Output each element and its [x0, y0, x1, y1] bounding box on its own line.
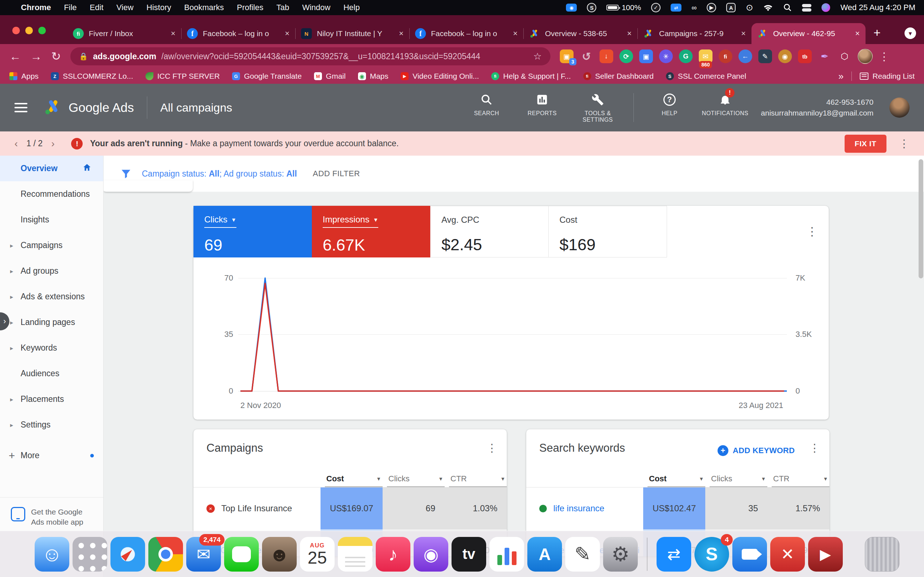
- ext-burst-icon[interactable]: ✳: [659, 50, 673, 63]
- ext-back-arrow-icon[interactable]: ←: [739, 50, 752, 63]
- battery-indicator[interactable]: 100%: [606, 3, 641, 12]
- ext-tabboost-icon[interactable]: tb: [798, 50, 812, 63]
- sidebar-item-audiences[interactable]: Audiences: [0, 361, 103, 386]
- menu-bookmarks[interactable]: Bookmarks: [184, 3, 224, 12]
- metric-clicks[interactable]: Clicks▼ 69: [193, 206, 312, 258]
- notifications-button[interactable]: ! NOTIFICATIONS: [705, 92, 745, 117]
- chart-svg[interactable]: [238, 278, 787, 391]
- bookmark-ssl-comerce[interactable]: SSSL Comerce Panel: [666, 72, 746, 81]
- dock-system-preferences-icon[interactable]: ⚙: [603, 537, 638, 572]
- column-clicks[interactable]: Clicks▼: [387, 474, 445, 487]
- wifi-icon[interactable]: [763, 3, 773, 11]
- creative-cloud-icon[interactable]: ∞: [691, 3, 697, 12]
- screen-record-icon[interactable]: ◉: [566, 3, 577, 11]
- reports-button[interactable]: REPORTS: [522, 92, 562, 117]
- todo-menu-icon[interactable]: ✓: [651, 3, 660, 12]
- sidebar-item-overview[interactable]: Overview: [0, 156, 103, 181]
- help-button[interactable]: ? HELP: [650, 92, 689, 117]
- forward-icon[interactable]: →: [31, 50, 42, 63]
- ext-grammarly-icon[interactable]: G: [679, 50, 693, 63]
- keywords-menu-icon[interactable]: ⋮: [809, 442, 820, 454]
- accessibility-icon[interactable]: ⊙: [746, 3, 753, 13]
- tab-campaigns-257[interactable]: Campaigns - 257-9 ×: [637, 23, 752, 44]
- search-button[interactable]: SEARCH: [467, 92, 506, 117]
- play-menu-icon[interactable]: ▶: [707, 3, 716, 12]
- control-center-icon[interactable]: [802, 4, 812, 11]
- alert-next-icon[interactable]: ›: [51, 138, 55, 150]
- sidebar-more-button[interactable]: +More: [0, 443, 103, 468]
- ext-sync-icon[interactable]: ⟳: [619, 50, 633, 63]
- bookmark-video-editing[interactable]: ▶Video Editing Onli...: [401, 72, 479, 81]
- a-app-menu-icon[interactable]: A: [726, 3, 736, 12]
- fix-it-button[interactable]: FIX IT: [845, 135, 887, 153]
- siri-icon[interactable]: [821, 3, 830, 12]
- address-bar[interactable]: 🔒 ads.google.com /aw/overview?ocid=59205…: [71, 47, 550, 65]
- dock-notes-icon[interactable]: [338, 537, 373, 572]
- dock-teamviewer-icon[interactable]: ⇄: [657, 537, 691, 572]
- sidebar-item-campaigns[interactable]: ▸Campaigns: [0, 232, 103, 258]
- menu-history[interactable]: History: [146, 3, 171, 12]
- bookmarks-overflow-chevron[interactable]: »: [839, 71, 844, 82]
- dock-appletv-icon[interactable]: tv: [452, 537, 486, 572]
- sidebar-item-placements[interactable]: ▸Placements: [0, 386, 103, 412]
- bookmark-seller-dashboard[interactable]: fiSeller Dashboard: [583, 72, 654, 81]
- bookmark-gmail[interactable]: MGmail: [314, 72, 346, 81]
- tab-facebook-2[interactable]: f Facebook – log in o ×: [409, 23, 523, 44]
- column-ctr[interactable]: CTR▼: [772, 474, 829, 487]
- dock-music-icon[interactable]: ♪: [376, 537, 410, 572]
- dock-calendar-icon[interactable]: AUG25: [300, 537, 334, 572]
- dock-podcasts-icon[interactable]: ◉: [414, 537, 448, 572]
- tab-close-icon[interactable]: ×: [855, 29, 860, 38]
- dock-stats-icon[interactable]: [489, 537, 524, 572]
- hamburger-menu-icon[interactable]: [14, 107, 27, 108]
- menu-file[interactable]: File: [64, 3, 77, 12]
- spotlight-icon[interactable]: [783, 3, 792, 12]
- sidebar-item-ad-groups[interactable]: ▸Ad groups: [0, 258, 103, 284]
- sidebar-item-landing-pages[interactable]: ▸Landing pages: [0, 309, 103, 335]
- sidebar-item-insights[interactable]: Insights: [0, 207, 103, 232]
- dock-chrome-icon[interactable]: [148, 537, 183, 572]
- teamviewer-menu-icon[interactable]: ⇄: [671, 3, 681, 11]
- sidebar-item-keywords[interactable]: ▸Keywords: [0, 335, 103, 361]
- tab-search-button[interactable]: ▼: [905, 27, 916, 39]
- table-row[interactable]: ×Top Life Insurance US$169.07 69 1.03%: [193, 487, 507, 529]
- dock-video-call-icon[interactable]: [732, 537, 767, 572]
- tab-fiverr-inbox[interactable]: fi Fiverr / Inbox ×: [67, 23, 181, 44]
- dock-red-app-icon[interactable]: ▶: [808, 537, 843, 572]
- extensions-puzzle-icon[interactable]: ⬡: [838, 50, 852, 63]
- sidebar-item-recommendations[interactable]: Recommendations: [0, 181, 103, 207]
- ext-downloader-icon[interactable]: ↓: [599, 50, 613, 63]
- dock-adobe-icon[interactable]: ✕: [770, 537, 805, 572]
- menu-window[interactable]: Window: [302, 3, 330, 12]
- dock-appstore-icon[interactable]: A: [527, 537, 562, 572]
- tools-settings-button[interactable]: TOOLS & SETTINGS: [578, 92, 617, 123]
- alert-prev-icon[interactable]: ‹: [14, 138, 18, 150]
- ext-cookie-icon[interactable]: ◉: [778, 50, 792, 63]
- tab-overview-538[interactable]: Overview - 538-65 ×: [523, 23, 637, 44]
- dock-trash-icon[interactable]: [865, 537, 900, 572]
- dock-safari-icon[interactable]: [111, 537, 145, 572]
- menu-clock[interactable]: Wed 25 Aug 4:20 PM: [840, 3, 915, 12]
- bookmark-star-icon[interactable]: ☆: [534, 51, 542, 62]
- tab-close-icon[interactable]: ×: [285, 29, 289, 38]
- add-keyword-button[interactable]: +ADD KEYWORD: [718, 445, 795, 456]
- bookmark-maps[interactable]: ◉Maps: [358, 72, 388, 81]
- reload-icon[interactable]: ↻: [51, 50, 61, 63]
- ext-screenshot-icon[interactable]: ▣3: [560, 50, 574, 63]
- metric-cost[interactable]: Cost $169: [549, 206, 667, 258]
- column-ctr[interactable]: CTR▼: [449, 474, 507, 487]
- metric-avg-cpc[interactable]: Avg. CPC $2.45: [430, 206, 549, 258]
- shottr-icon[interactable]: S: [587, 3, 596, 12]
- column-cost[interactable]: Cost▼: [648, 474, 705, 487]
- dock-finder-icon[interactable]: ☺: [35, 537, 69, 572]
- dock-skype-icon[interactable]: S4: [694, 537, 729, 572]
- chrome-menu-icon[interactable]: ⋮: [879, 50, 890, 63]
- bookmark-icc-ftp[interactable]: ICC FTP SERVER: [145, 72, 220, 81]
- ext-video-icon[interactable]: ▣: [639, 50, 653, 63]
- alert-menu-icon[interactable]: ⋮: [899, 137, 910, 150]
- bookmark-google-translate[interactable]: GGoogle Translate: [232, 72, 302, 81]
- menu-help[interactable]: Help: [343, 3, 360, 12]
- dock-texteditor-icon[interactable]: ✎: [565, 537, 600, 572]
- fullscreen-window-button[interactable]: [38, 27, 46, 34]
- menu-profiles[interactable]: Profiles: [237, 3, 263, 12]
